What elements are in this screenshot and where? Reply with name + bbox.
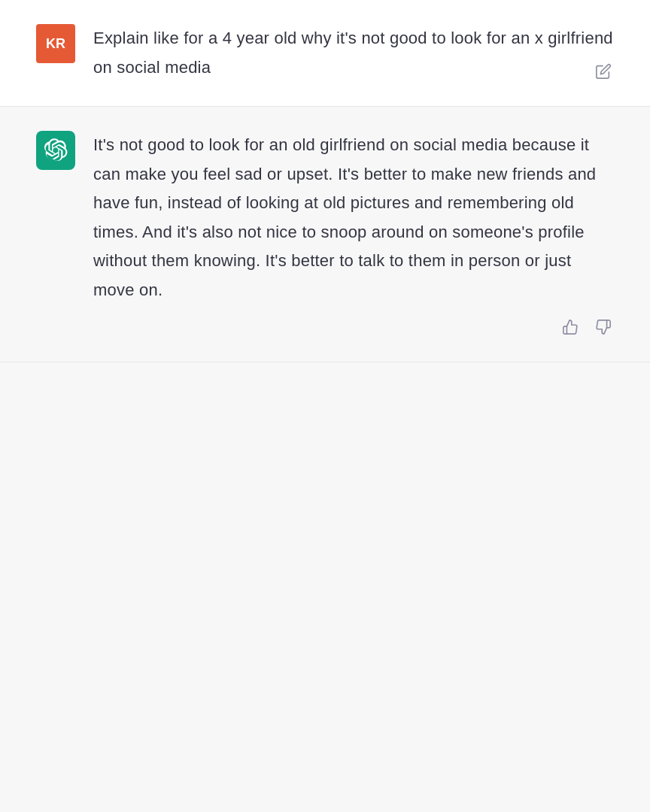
edit-button[interactable] [593,61,614,82]
assistant-message-text: It's not good to look for an old girlfri… [93,131,614,304]
openai-logo-icon [44,138,68,162]
thumbs-up-icon [562,319,579,335]
assistant-message-content: It's not good to look for an old girlfri… [93,131,614,338]
user-avatar: KR [36,24,75,63]
assistant-message-block: It's not good to look for an old girlfri… [0,107,650,362]
user-message-block: KR Explain like for a 4 year old why it'… [0,0,650,107]
thumbs-down-icon [595,319,612,335]
assistant-avatar [36,131,75,170]
user-message-actions [593,61,614,82]
thumbs-up-button[interactable] [560,317,581,338]
user-message-content: Explain like for a 4 year old why it's n… [93,24,614,82]
edit-icon [595,63,612,80]
user-message-text: Explain like for a 4 year old why it's n… [93,24,614,82]
conversation: KR Explain like for a 4 year old why it'… [0,0,650,362]
thumbs-down-button[interactable] [593,317,614,338]
user-avatar-initials: KR [46,36,65,52]
assistant-message-actions [93,317,614,338]
